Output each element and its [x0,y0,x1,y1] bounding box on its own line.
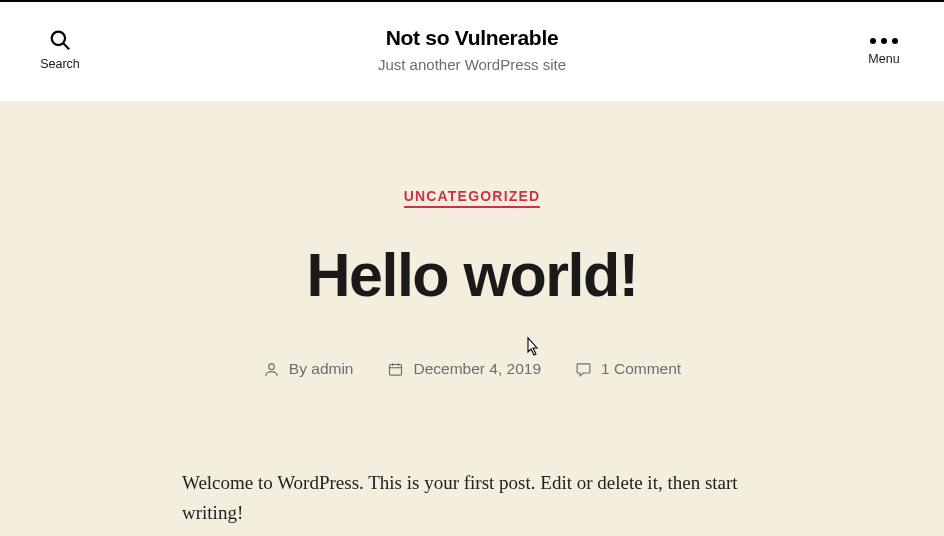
site-header: Search Not so Vulnerable Just another Wo… [0,2,944,101]
svg-line-1 [63,43,69,49]
site-title[interactable]: Not so Vulnerable [378,26,566,50]
author-meta: By admin [263,360,354,378]
date-meta: December 4, 2019 [387,360,541,378]
comments-meta: 1 Comment [575,360,681,378]
search-icon [49,29,71,51]
svg-point-0 [52,31,65,44]
category-link[interactable]: UNCATEGORIZED [404,188,541,208]
svg-point-2 [269,363,275,369]
site-title-block: Not so Vulnerable Just another WordPress… [378,26,566,73]
post-content: Welcome to WordPress. This is your first… [182,468,762,529]
post-meta: By admin December 4, 2019 1 Comment [0,360,944,378]
menu-button[interactable]: Menu [854,34,914,66]
author-icon [263,361,280,378]
author-prefix: By [289,360,311,377]
comments-link[interactable]: 1 Comment [601,360,681,378]
ellipsis-icon [870,34,898,46]
site-tagline: Just another WordPress site [378,56,566,73]
post-title[interactable]: Hello world! [0,240,944,310]
post-area: UNCATEGORIZED Hello world! By admin Dece… [0,101,944,536]
search-label: Search [40,57,80,71]
date-link[interactable]: December 4, 2019 [413,360,541,378]
calendar-icon [387,361,404,378]
menu-label: Menu [868,52,899,66]
author-link[interactable]: admin [311,360,353,377]
search-button[interactable]: Search [30,29,90,71]
svg-rect-3 [390,364,402,375]
comment-icon [575,361,592,378]
